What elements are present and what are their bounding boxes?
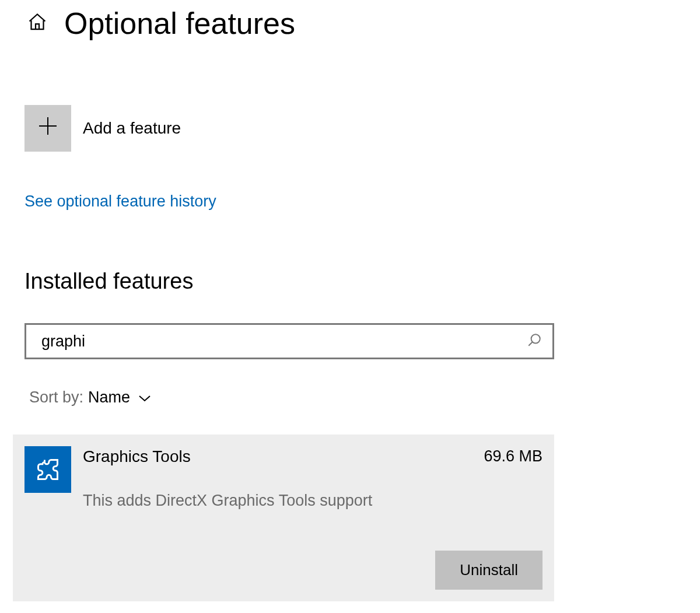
feature-description: This adds DirectX Graphics Tools support [83, 492, 542, 510]
plus-icon [38, 116, 58, 141]
uninstall-button[interactable]: Uninstall [435, 551, 542, 590]
search-box [24, 323, 554, 359]
add-feature-label: Add a feature [83, 119, 181, 138]
sort-label: Sort by: [29, 388, 83, 407]
feature-title: Graphics Tools [83, 447, 191, 466]
plus-icon-box [24, 105, 71, 152]
feature-item[interactable]: Graphics Tools 69.6 MB This adds DirectX… [13, 435, 554, 601]
feature-size: 69.6 MB [484, 447, 542, 465]
feature-icon [24, 446, 71, 493]
page-header: Optional features [0, 6, 700, 41]
installed-features-heading: Installed features [24, 269, 700, 294]
svg-line-3 [528, 342, 533, 346]
svg-point-2 [531, 334, 540, 343]
sort-value: Name [88, 388, 130, 407]
search-icon[interactable] [527, 332, 542, 350]
sort-dropdown[interactable]: Sort by: Name [29, 388, 700, 407]
search-input[interactable] [41, 332, 527, 351]
add-feature-button[interactable]: Add a feature [24, 105, 700, 152]
chevron-down-icon [135, 388, 151, 407]
feature-history-link[interactable]: See optional feature history [24, 192, 216, 211]
home-icon[interactable] [27, 12, 48, 35]
page-title: Optional features [64, 6, 295, 41]
